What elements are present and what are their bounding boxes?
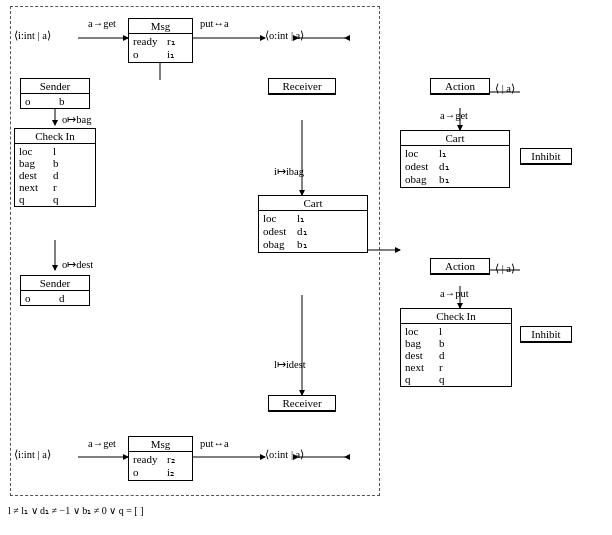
o-int-a-top-label: ⟨o:int | a⟩	[265, 29, 304, 41]
action-bot-box: Action	[430, 258, 490, 275]
inhibit-bot-box: Inhibit	[520, 326, 572, 343]
action-bot-title: Action	[431, 259, 489, 274]
sender-bot-box: Sender od	[20, 275, 90, 306]
put-a-top-label: put↔a	[200, 18, 229, 29]
check-in-right-box: Check In locl bagb destd nextr qq	[400, 308, 512, 387]
i-int-a-bot-label: ⟨i:int | a⟩	[14, 448, 51, 460]
sender-top-box: Sender ob	[20, 78, 90, 109]
msg-top-body: readyr₁ oi₁	[129, 34, 192, 62]
inhibit-top-title: Inhibit	[521, 149, 571, 164]
bottom-text: l ≠ l₁ ∨ d₁ ≠ −1 ∨ b₁ ≠ 0 ∨ q = [ ]	[8, 505, 143, 516]
diagram: ⟨i:int | a⟩ a→get Msg readyr₁ oi₁ put↔a …	[0, 0, 612, 520]
a-get-top-label: a→get	[88, 18, 116, 29]
bracket-bot-label: ⟨ | a⟩	[495, 262, 515, 274]
cart-right-title: Cart	[401, 131, 509, 146]
inhibit-top-box: Inhibit	[520, 148, 572, 165]
check-in-right-body: locl bagb destd nextr qq	[401, 324, 511, 386]
sender-top-body: ob	[21, 94, 89, 108]
o-int-a-bot-label: ⟨o:int | a⟩	[265, 448, 304, 460]
o-dest-label: o↦dest	[62, 258, 93, 270]
bracket-top-label: ⟨ | a⟩	[495, 82, 515, 94]
action-top-box: Action	[430, 78, 490, 95]
cart-right-box: Cart locl₁ odestd₁ obagb₁	[400, 130, 510, 188]
check-in-box: Check In locl bagb destd nextr qq	[14, 128, 96, 207]
cart-mid-box: Cart locl₁ odestd₁ obagb₁	[258, 195, 368, 253]
action-top-get-label: a→get	[440, 110, 468, 121]
l-idest-label: l↦idest	[274, 358, 306, 370]
msg-top-title: Msg	[129, 19, 192, 34]
receiver-top-box: Receiver	[268, 78, 336, 95]
receiver-bot-title: Receiver	[269, 396, 335, 411]
sender-top-title: Sender	[21, 79, 89, 94]
inhibit-bot-title: Inhibit	[521, 327, 571, 342]
receiver-top-title: Receiver	[269, 79, 335, 94]
action-bot-put-label: a→put	[440, 288, 469, 299]
a-get-bot-label: a→get	[88, 438, 116, 449]
o-bag-label: o↦bag	[62, 113, 91, 125]
i-ibag-label: i↦ibag	[274, 165, 304, 177]
msg-bot-title: Msg	[129, 437, 192, 452]
check-in-body: locl bagb destd nextr qq	[15, 144, 95, 206]
cart-mid-title: Cart	[259, 196, 367, 211]
check-in-right-title: Check In	[401, 309, 511, 324]
put-a-bot-label: put↔a	[200, 438, 229, 449]
sender-bot-body: od	[21, 291, 89, 305]
msg-bot-box: Msg readyr₂ oi₂	[128, 436, 193, 481]
check-in-title: Check In	[15, 129, 95, 144]
i-int-a-top-label: ⟨i:int | a⟩	[14, 29, 51, 41]
action-top-title: Action	[431, 79, 489, 94]
msg-top-box: Msg readyr₁ oi₁	[128, 18, 193, 63]
msg-bot-body: readyr₂ oi₂	[129, 452, 192, 480]
sender-bot-title: Sender	[21, 276, 89, 291]
cart-mid-body: locl₁ odestd₁ obagb₁	[259, 211, 367, 252]
receiver-bot-box: Receiver	[268, 395, 336, 412]
cart-right-body: locl₁ odestd₁ obagb₁	[401, 146, 509, 187]
